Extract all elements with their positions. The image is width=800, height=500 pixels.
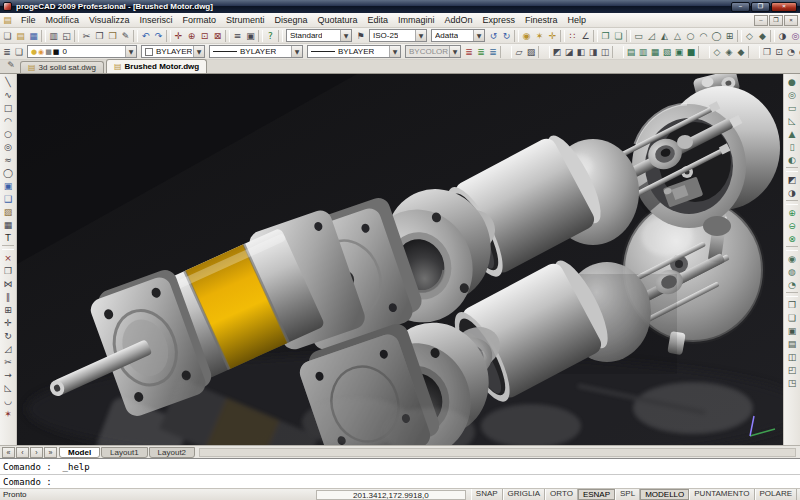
lineweight-combo[interactable]: BYLAYER ▼ xyxy=(307,45,401,58)
zoom-window-icon[interactable]: ⊡ xyxy=(198,29,211,42)
dim-style-icon[interactable]: ⚑ xyxy=(354,29,367,42)
linetype-blue-icon[interactable]: ≣ xyxy=(487,45,499,58)
render-material-icon[interactable]: ◫ xyxy=(599,45,611,58)
help-icon[interactable]: ? xyxy=(264,29,277,42)
solid-dish-icon[interactable]: ◐ xyxy=(785,153,799,166)
surface-cone-icon[interactable]: △ xyxy=(671,29,684,42)
polar-tracking-icon[interactable]: ∠ xyxy=(579,29,592,42)
copy-object-icon[interactable]: ❐ xyxy=(1,264,15,277)
solid-box-icon[interactable]: ▭ xyxy=(785,101,799,114)
regen-all-icon[interactable]: ↻ xyxy=(500,29,513,42)
dropdown-arrow-icon[interactable]: ▼ xyxy=(125,46,136,57)
menu-item[interactable]: Quotatura xyxy=(312,15,362,25)
modello-toggle[interactable]: MODELLO xyxy=(640,489,689,500)
polyline-edit-icon[interactable]: ▱ xyxy=(513,45,525,58)
document-tab-brushed-motor[interactable]: ▤ Brushed Motor.dwg xyxy=(106,59,207,73)
griglia-toggle[interactable]: GRIGLIA xyxy=(503,489,545,500)
surface-mesh-icon[interactable]: ⊞ xyxy=(723,29,736,42)
horizontal-scrollbar[interactable] xyxy=(199,448,796,457)
polare-toggle[interactable]: POLARE xyxy=(755,489,797,500)
render-icon[interactable]: ◎ xyxy=(789,29,800,42)
menu-item[interactable]: Express xyxy=(478,15,521,25)
menu-item[interactable]: Formato xyxy=(177,15,221,25)
print-icon[interactable]: ▥ xyxy=(47,29,60,42)
copy-icon[interactable]: ❐ xyxy=(93,29,106,42)
dropdown-arrow-icon[interactable]: ▼ xyxy=(473,30,484,41)
insert-block-icon[interactable]: ❑ xyxy=(1,192,15,205)
check-icon[interactable]: ◰ xyxy=(785,363,799,376)
regen-icon[interactable]: ↺ xyxy=(487,29,500,42)
close-button[interactable]: × xyxy=(771,2,797,12)
view-3d-icon[interactable]: ⊡ xyxy=(773,45,785,58)
separate-icon[interactable]: ◳ xyxy=(785,376,799,389)
solid-torus-icon[interactable]: ◎ xyxy=(785,88,799,101)
edit-face-icon[interactable]: ❐ xyxy=(785,298,799,311)
document-tab-3d-solid-sat[interactable]: ▤ 3d solid sat.dwg xyxy=(20,61,104,73)
solids-sphere-icon[interactable]: ▧ xyxy=(661,45,673,58)
menu-item[interactable]: Disegna xyxy=(269,15,312,25)
surface-wedge-icon[interactable]: ◿ xyxy=(645,29,658,42)
intersect-icon[interactable]: ⊗ xyxy=(785,232,799,245)
osnap-midpoint-icon[interactable]: ✛ xyxy=(546,29,559,42)
mirror-icon[interactable]: ⋈ xyxy=(1,277,15,290)
solids-wedge-icon[interactable]: ▣ xyxy=(673,45,685,58)
layers-icon[interactable]: ≣ xyxy=(1,45,13,58)
print-preview-icon[interactable]: ◱ xyxy=(60,29,73,42)
menu-item[interactable]: File xyxy=(16,15,41,25)
dropdown-arrow-icon[interactable]: ▼ xyxy=(291,46,302,57)
solid-sphere-icon[interactable]: ● xyxy=(785,75,799,88)
slice-icon[interactable]: ◆ xyxy=(735,45,747,58)
color-combo[interactable]: BYLAYER ▼ xyxy=(141,45,205,58)
dropdown-arrow-icon[interactable]: ▼ xyxy=(389,46,400,57)
hide-icon[interactable]: ◩ xyxy=(785,173,799,186)
osnap-endpoint-icon[interactable]: ✶ xyxy=(533,29,546,42)
scale-icon[interactable]: ◿ xyxy=(1,342,15,355)
solid-icon[interactable]: ◆ xyxy=(756,29,769,42)
tab-layout1[interactable]: Layout1 xyxy=(101,447,147,458)
ellipse-icon[interactable]: ◯ xyxy=(1,166,15,179)
menu-item[interactable]: AddOn xyxy=(440,15,478,25)
menu-item[interactable]: Finestra xyxy=(520,15,563,25)
properties-icon[interactable]: ≡ xyxy=(231,29,244,42)
first-layout-button[interactable]: « xyxy=(2,447,15,458)
revolve-solid-icon[interactable]: ◍ xyxy=(785,265,799,278)
extrude-solid-icon[interactable]: ◉ xyxy=(785,252,799,265)
slice-solid-icon[interactable]: ◔ xyxy=(785,278,799,291)
linetype-red-icon[interactable]: ≣ xyxy=(463,45,475,58)
menu-item[interactable]: Help xyxy=(563,15,592,25)
render-hide-icon[interactable]: ◩ xyxy=(551,45,563,58)
puntamento-toggle[interactable]: PUNTAMENTO xyxy=(689,489,754,500)
menu-item[interactable]: Strumenti xyxy=(221,15,270,25)
erase-icon[interactable]: × xyxy=(1,251,15,264)
mdi-minimize-button[interactable]: – xyxy=(754,15,768,26)
line-icon[interactable]: ╲ xyxy=(1,75,15,88)
ungroup-icon[interactable]: ❏ xyxy=(612,29,625,42)
ortho-icon[interactable]: ∷ xyxy=(566,29,579,42)
pan-icon[interactable]: ✛ xyxy=(172,29,185,42)
snap-toggle[interactable]: SNAP xyxy=(471,489,503,500)
solid-wedge-icon[interactable]: ◺ xyxy=(785,114,799,127)
mdi-close-button[interactable]: × xyxy=(784,15,798,26)
prev-layout-button[interactable]: ‹ xyxy=(16,447,29,458)
zoom-extents-icon[interactable]: ⊠ xyxy=(211,29,224,42)
command-input-line[interactable]: Comando : xyxy=(0,474,800,489)
rectangle-icon[interactable]: □ xyxy=(1,101,15,114)
shell-icon[interactable]: ◫ xyxy=(785,350,799,363)
view-orbit-icon[interactable]: ◔ xyxy=(785,45,797,58)
drawing-canvas[interactable] xyxy=(17,74,783,445)
solid-cylinder-icon[interactable]: ▯ xyxy=(785,140,799,153)
hatch-edit-icon[interactable]: ▨ xyxy=(525,45,537,58)
donut-icon[interactable]: ◎ xyxy=(1,140,15,153)
offset-icon[interactable]: ∥ xyxy=(1,290,15,303)
polyline-icon[interactable]: ∿ xyxy=(1,88,15,101)
match-properties-icon[interactable]: ✎ xyxy=(119,29,132,42)
rotate-icon[interactable]: ↻ xyxy=(1,329,15,342)
render-light-icon[interactable]: ◧ xyxy=(575,45,587,58)
minimize-button[interactable]: – xyxy=(731,2,750,12)
chamfer-icon[interactable]: ◺ xyxy=(1,381,15,394)
solids-cone-icon[interactable]: ▦ xyxy=(649,45,661,58)
menu-item[interactable]: Edita xyxy=(363,15,394,25)
solid-cone-icon[interactable]: ▲ xyxy=(785,127,799,140)
fillet-icon[interactable]: ◡ xyxy=(1,394,15,407)
edit-edge-icon[interactable]: ❏ xyxy=(785,311,799,324)
